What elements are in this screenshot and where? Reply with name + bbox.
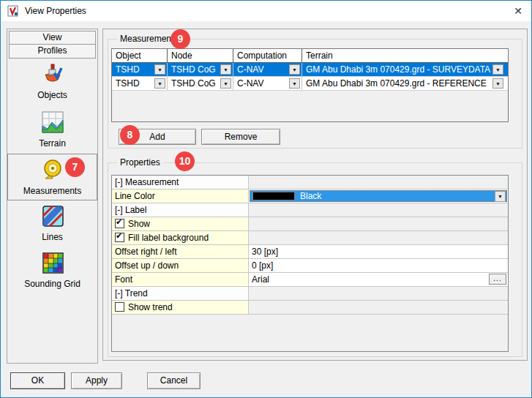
window-title: View Properties	[25, 6, 86, 16]
line-color-combobox[interactable]: Black ▼	[250, 190, 507, 202]
cell-text: GM Abu Dhabi 3m 070429.grd - REFERENCE	[306, 78, 487, 89]
property-grid: [-] Measurement Line Color Black ▼ [-] L…	[111, 175, 509, 352]
remove-button[interactable]: Remove	[201, 129, 280, 145]
property-row-trend-category[interactable]: [-] Trend	[112, 287, 508, 301]
dropdown-arrow-icon[interactable]: ▼	[154, 64, 165, 75]
sidebar-item-label: Measurements	[8, 186, 97, 196]
tape-measure-icon	[40, 157, 66, 184]
measurements-table: Object Node Computation Terrain TSHD ▼ T…	[111, 48, 509, 122]
title-bar: View Properties ✕	[1, 1, 531, 21]
node-combobox[interactable]: TSHD CoG ▼	[168, 63, 233, 76]
font-field[interactable]: Arial ...	[249, 273, 508, 286]
column-header-node[interactable]: Node	[168, 49, 233, 62]
property-row-fill-label-background[interactable]: Fill label background	[112, 231, 508, 245]
annotation-badge-10: 10	[175, 151, 195, 171]
property-row-show-trend[interactable]: Show trend	[112, 301, 508, 315]
sidebar-item-label: Sounding Grid	[8, 279, 97, 289]
properties-group: Properties [-] Measurement Line Color Bl…	[108, 162, 522, 357]
property-row-line-color[interactable]: Line Color Black ▼	[112, 189, 508, 203]
property-row-offset-up-down[interactable]: Offset up / down 0 [px]	[112, 259, 508, 273]
sidebar-tab-profiles[interactable]: Profiles	[9, 45, 96, 59]
computation-combobox[interactable]: C-NAV ▼	[233, 63, 302, 76]
property-row-show[interactable]: Show	[112, 217, 508, 231]
dropdown-arrow-icon[interactable]: ▼	[492, 64, 503, 75]
computation-combobox[interactable]: C-NAV ▼	[233, 77, 302, 90]
offset-right-left-field[interactable]: 30 [px]	[249, 245, 508, 258]
cell-text: TSHD CoG	[171, 64, 216, 75]
offset-up-down-field[interactable]: 0 [px]	[249, 259, 508, 272]
show-trend-checkbox[interactable]	[115, 302, 124, 312]
property-value	[249, 203, 508, 217]
lines-icon	[40, 203, 66, 230]
property-row-measurement-category[interactable]: [-] Measurement	[112, 176, 508, 189]
property-label: Show	[112, 217, 249, 230]
property-row-offset-right-left[interactable]: Offset right / left 30 [px]	[112, 245, 508, 259]
show-checkbox[interactable]	[115, 219, 124, 228]
annotation-badge-8: 8	[120, 125, 140, 145]
sidebar-item-objects[interactable]: Objects	[8, 61, 97, 100]
property-row-font[interactable]: Font Arial ...	[112, 273, 508, 287]
node-combobox[interactable]: TSHD CoG ▼	[168, 77, 233, 90]
dropdown-arrow-icon[interactable]: ▼	[495, 191, 506, 202]
sidebar-tab-view[interactable]: View	[9, 31, 96, 45]
dropdown-arrow-icon[interactable]: ▼	[289, 64, 300, 75]
terrain-icon	[40, 110, 66, 136]
object-combobox[interactable]: TSHD ▼	[112, 63, 168, 76]
property-value	[249, 287, 508, 300]
checkbox-label: Show trend	[128, 302, 173, 312]
color-name: Black	[300, 191, 321, 201]
sounding-grid-icon	[40, 250, 66, 277]
dropdown-arrow-icon[interactable]: ▼	[220, 78, 231, 89]
dropdown-arrow-icon[interactable]: ▼	[492, 78, 503, 89]
terrain-combobox[interactable]: GM Abu Dhabi 3m 070429.grd - REFERENCE ▼	[302, 77, 508, 90]
property-label: Line Color	[112, 189, 249, 203]
close-button[interactable]: ✕	[505, 1, 531, 21]
font-value: Arial	[252, 274, 269, 285]
property-label: Offset right / left	[112, 245, 249, 258]
property-label: Offset up / down	[112, 259, 249, 272]
cancel-button[interactable]: Cancel	[147, 372, 201, 389]
annotation-badge-7: 7	[65, 157, 85, 177]
column-header-object[interactable]: Object	[112, 49, 168, 62]
fill-label-background-checkbox[interactable]	[115, 233, 124, 242]
cell-text: GM Abu Dhabi 3m 070429.grd - SURVEYDATA	[306, 64, 490, 75]
sidebar-item-label: Objects	[8, 90, 97, 100]
property-label: Font	[112, 273, 249, 286]
measurements-group: Measurements Object Node Computation Ter…	[108, 39, 522, 149]
terrain-combobox[interactable]: GM Abu Dhabi 3m 070429.grd - SURVEYDATA …	[302, 63, 508, 76]
boat-icon	[40, 61, 66, 88]
sidebar: View Profiles Objects	[7, 29, 98, 364]
ok-button[interactable]: OK	[10, 372, 65, 389]
dropdown-arrow-icon[interactable]: ▼	[220, 64, 231, 75]
sidebar-item-sounding-grid[interactable]: Sounding Grid	[8, 250, 97, 289]
sidebar-item-label: Lines	[8, 232, 97, 242]
sidebar-item-terrain[interactable]: Terrain	[8, 110, 97, 149]
sidebar-item-label: Terrain	[8, 138, 97, 149]
apply-button[interactable]: Apply	[71, 372, 122, 389]
app-icon	[7, 5, 19, 17]
column-header-computation[interactable]: Computation	[233, 49, 302, 62]
checkbox-label: Fill label background	[128, 233, 209, 243]
property-value	[249, 301, 508, 314]
dropdown-arrow-icon[interactable]: ▼	[289, 78, 300, 89]
object-combobox[interactable]: TSHD ▼	[112, 77, 168, 90]
checkbox-label: Show	[128, 219, 150, 229]
cell-text: C-NAV	[237, 64, 263, 75]
color-swatch	[252, 192, 295, 200]
properties-group-title: Properties	[117, 157, 163, 168]
property-label: [-] Measurement	[112, 176, 249, 189]
table-row[interactable]: TSHD ▼ TSHD CoG ▼ C-NAV ▼ GM Abu Dhabi 3…	[112, 63, 508, 77]
font-browse-button[interactable]: ...	[489, 274, 506, 285]
sidebar-item-measurements[interactable]: Measurements	[7, 154, 97, 200]
property-value	[249, 217, 508, 230]
table-row[interactable]: TSHD ▼ TSHD CoG ▼ C-NAV ▼ GM Abu Dhabi 3…	[112, 77, 508, 91]
sidebar-item-lines[interactable]: Lines	[8, 203, 97, 242]
dropdown-arrow-icon[interactable]: ▼	[154, 78, 165, 89]
property-label: Show trend	[112, 301, 249, 314]
annotation-badge-9: 9	[171, 29, 190, 49]
cell-text: TSHD	[116, 78, 140, 89]
cell-text: TSHD	[116, 64, 140, 75]
column-header-terrain[interactable]: Terrain	[302, 49, 508, 62]
cell-text: TSHD CoG	[171, 78, 216, 89]
property-row-label-category[interactable]: [-] Label	[112, 203, 508, 217]
